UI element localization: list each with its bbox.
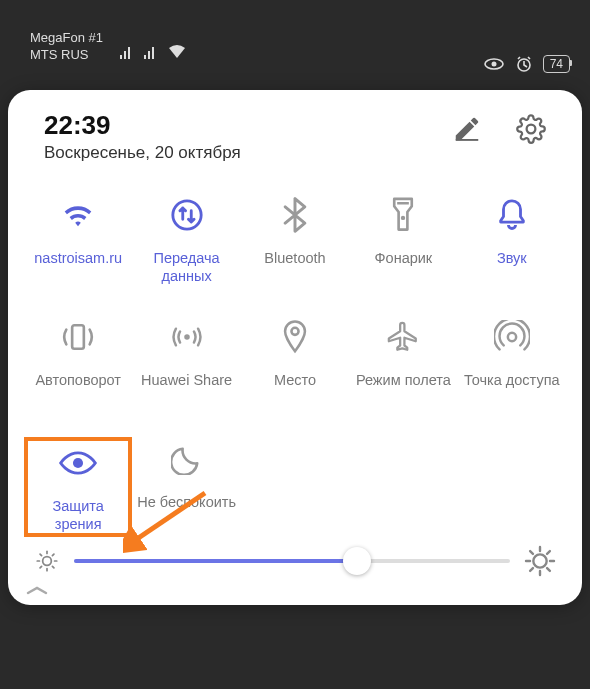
clock[interactable]: 22:39	[44, 110, 452, 141]
svg-line-29	[547, 551, 550, 554]
data-transfer-icon	[165, 193, 209, 237]
moon-icon	[165, 437, 209, 481]
alarm-status-icon	[515, 55, 533, 73]
edit-icon[interactable]	[452, 114, 482, 144]
tile-label: Режим полета	[354, 371, 453, 389]
svg-point-8	[291, 328, 298, 335]
svg-line-18	[52, 567, 54, 569]
svg-point-7	[184, 334, 190, 340]
svg-point-9	[508, 333, 516, 341]
svg-rect-3	[456, 139, 479, 141]
tile-label: Bluetooth	[262, 249, 327, 267]
brightness-low-icon	[34, 548, 60, 574]
eye-status-icon	[483, 57, 505, 71]
flashlight-icon	[381, 193, 425, 237]
svg-line-19	[40, 567, 42, 569]
svg-point-5	[401, 216, 405, 220]
tile-eye-comfort[interactable]: Защита зрения	[24, 437, 132, 537]
tiles-grid: nastroisam.ru Передача данных Bluetooth …	[24, 193, 566, 537]
settings-icon[interactable]	[516, 114, 546, 144]
tile-hotspot[interactable]: Точка доступа	[458, 315, 566, 415]
tile-huawei-share[interactable]: Huawei Share	[132, 315, 240, 415]
tile-auto-rotate[interactable]: Автоповорот	[24, 315, 132, 415]
tile-label: Точка доступа	[462, 371, 562, 389]
tile-wifi[interactable]: nastroisam.ru	[24, 193, 132, 293]
slider-thumb[interactable]	[343, 547, 371, 575]
tile-label: Защита зрения	[28, 497, 128, 533]
svg-line-20	[52, 554, 54, 556]
carrier-secondary: MTS RUS	[30, 47, 103, 64]
bell-icon	[490, 193, 534, 237]
svg-rect-6	[72, 325, 84, 348]
svg-point-10	[73, 458, 83, 468]
bluetooth-icon	[273, 193, 317, 237]
brightness-slider[interactable]	[74, 559, 510, 563]
tile-mobile-data[interactable]: Передача данных	[132, 193, 240, 293]
tile-do-not-disturb[interactable]: Не беспокоить	[132, 437, 240, 537]
quick-settings-panel: 22:39 Воскресенье, 20 октября nastroisam…	[8, 90, 582, 605]
tile-label: Фонарик	[373, 249, 435, 267]
svg-point-1	[491, 62, 496, 67]
date[interactable]: Воскресенье, 20 октября	[44, 143, 452, 163]
svg-point-12	[43, 557, 52, 566]
expand-handle[interactable]	[24, 583, 566, 597]
location-pin-icon	[273, 315, 317, 359]
svg-line-27	[547, 568, 550, 571]
tile-airplane-mode[interactable]: Режим полета	[349, 315, 457, 415]
airplane-icon	[381, 315, 425, 359]
svg-point-4	[172, 201, 200, 229]
tile-location[interactable]: Место	[241, 315, 349, 415]
tile-bluetooth[interactable]: Bluetooth	[241, 193, 349, 293]
brightness-row	[24, 539, 566, 581]
svg-line-28	[530, 568, 533, 571]
brightness-high-icon	[524, 545, 556, 577]
eye-icon	[56, 441, 100, 485]
tile-sound[interactable]: Звук	[458, 193, 566, 293]
tile-label: Передача данных	[132, 249, 240, 285]
rotate-icon	[56, 315, 100, 359]
svg-line-26	[530, 551, 533, 554]
tile-label: Место	[272, 371, 318, 389]
tile-label: Звук	[495, 249, 529, 267]
signal-icons	[119, 44, 187, 60]
status-bar: MegaFon #1 MTS RUS 74	[0, 0, 590, 88]
tile-label: Huawei Share	[139, 371, 234, 389]
carrier-primary: MegaFon #1	[30, 30, 103, 47]
tile-flashlight[interactable]: Фонарик	[349, 193, 457, 293]
tile-label: Автоповорот	[33, 371, 123, 389]
svg-point-21	[533, 555, 546, 568]
wifi-icon	[56, 193, 100, 237]
hotspot-icon	[490, 315, 534, 359]
wifi-status-icon	[167, 44, 187, 60]
tile-label: Не беспокоить	[135, 493, 238, 511]
battery-indicator: 74	[543, 55, 570, 73]
tile-label: nastroisam.ru	[32, 249, 124, 267]
panel-header: 22:39 Воскресенье, 20 октября	[24, 110, 566, 173]
share-icon	[165, 315, 209, 359]
svg-line-17	[40, 554, 42, 556]
